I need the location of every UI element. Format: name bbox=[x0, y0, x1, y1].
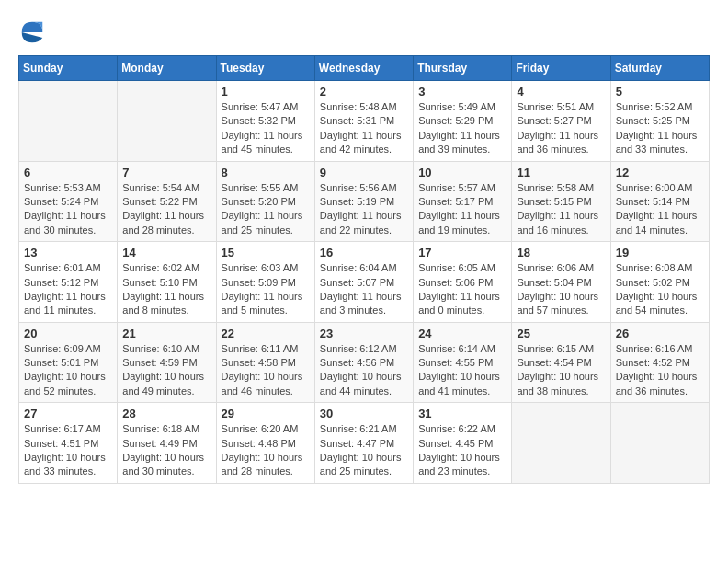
day-number: 24 bbox=[418, 327, 506, 340]
day-cell: 31Sunrise: 6:22 AMSunset: 4:45 PMDayligh… bbox=[414, 403, 512, 484]
day-info: Sunrise: 6:17 AMSunset: 4:51 PMDaylight:… bbox=[24, 422, 112, 479]
day-number: 8 bbox=[222, 166, 310, 179]
day-cell: 8Sunrise: 5:55 AMSunset: 5:20 PMDaylight… bbox=[216, 161, 314, 242]
day-info: Sunrise: 5:57 AMSunset: 5:17 PMDaylight:… bbox=[418, 181, 506, 238]
day-info: Sunrise: 5:58 AMSunset: 5:15 PMDaylight:… bbox=[517, 181, 605, 238]
weekday-header-friday: Friday bbox=[512, 56, 610, 81]
page-header bbox=[18, 18, 710, 46]
week-row-4: 20Sunrise: 6:09 AMSunset: 5:01 PMDayligh… bbox=[19, 322, 710, 403]
day-cell: 13Sunrise: 6:01 AMSunset: 5:12 PMDayligh… bbox=[19, 242, 118, 323]
day-number: 28 bbox=[122, 407, 210, 420]
weekday-header-monday: Monday bbox=[118, 56, 216, 81]
day-info: Sunrise: 6:05 AMSunset: 5:06 PMDaylight:… bbox=[418, 261, 506, 318]
day-info: Sunrise: 5:47 AMSunset: 5:32 PMDaylight:… bbox=[222, 100, 310, 157]
weekday-header-row: SundayMondayTuesdayWednesdayThursdayFrid… bbox=[19, 56, 710, 81]
day-number: 15 bbox=[222, 246, 310, 259]
day-cell: 7Sunrise: 5:54 AMSunset: 5:22 PMDaylight… bbox=[118, 161, 216, 242]
day-number: 1 bbox=[222, 85, 310, 98]
day-cell: 29Sunrise: 6:20 AMSunset: 4:48 PMDayligh… bbox=[216, 403, 314, 484]
day-info: Sunrise: 6:09 AMSunset: 5:01 PMDaylight:… bbox=[24, 342, 112, 399]
weekday-header-wednesday: Wednesday bbox=[314, 56, 413, 81]
day-cell: 26Sunrise: 6:16 AMSunset: 4:52 PMDayligh… bbox=[610, 322, 709, 403]
day-info: Sunrise: 5:48 AMSunset: 5:31 PMDaylight:… bbox=[320, 100, 408, 157]
day-cell: 11Sunrise: 5:58 AMSunset: 5:15 PMDayligh… bbox=[512, 161, 610, 242]
day-number: 22 bbox=[222, 327, 310, 340]
day-info: Sunrise: 5:53 AMSunset: 5:24 PMDaylight:… bbox=[24, 181, 112, 238]
day-cell bbox=[512, 403, 610, 484]
day-info: Sunrise: 6:02 AMSunset: 5:10 PMDaylight:… bbox=[122, 261, 210, 318]
day-number: 10 bbox=[418, 166, 506, 179]
day-number: 20 bbox=[24, 327, 112, 340]
day-number: 13 bbox=[24, 246, 112, 259]
day-cell: 15Sunrise: 6:03 AMSunset: 5:09 PMDayligh… bbox=[216, 242, 314, 323]
day-info: Sunrise: 5:51 AMSunset: 5:27 PMDaylight:… bbox=[517, 100, 605, 157]
week-row-3: 13Sunrise: 6:01 AMSunset: 5:12 PMDayligh… bbox=[19, 242, 710, 323]
week-row-2: 6Sunrise: 5:53 AMSunset: 5:24 PMDaylight… bbox=[19, 161, 710, 242]
day-cell: 17Sunrise: 6:05 AMSunset: 5:06 PMDayligh… bbox=[414, 242, 512, 323]
day-number: 6 bbox=[24, 166, 112, 179]
day-cell: 10Sunrise: 5:57 AMSunset: 5:17 PMDayligh… bbox=[414, 161, 512, 242]
day-number: 30 bbox=[320, 407, 408, 420]
day-cell: 28Sunrise: 6:18 AMSunset: 4:49 PMDayligh… bbox=[118, 403, 216, 484]
day-info: Sunrise: 6:20 AMSunset: 4:48 PMDaylight:… bbox=[222, 422, 310, 479]
day-info: Sunrise: 5:54 AMSunset: 5:22 PMDaylight:… bbox=[122, 181, 210, 238]
day-number: 2 bbox=[320, 85, 408, 98]
day-cell: 24Sunrise: 6:14 AMSunset: 4:55 PMDayligh… bbox=[414, 322, 512, 403]
day-info: Sunrise: 6:04 AMSunset: 5:07 PMDaylight:… bbox=[320, 261, 408, 318]
day-number: 29 bbox=[222, 407, 310, 420]
day-number: 17 bbox=[418, 246, 506, 259]
day-number: 19 bbox=[616, 246, 704, 259]
day-cell: 12Sunrise: 6:00 AMSunset: 5:14 PMDayligh… bbox=[610, 161, 709, 242]
day-number: 21 bbox=[122, 327, 210, 340]
day-cell: 19Sunrise: 6:08 AMSunset: 5:02 PMDayligh… bbox=[610, 242, 709, 323]
day-cell: 18Sunrise: 6:06 AMSunset: 5:04 PMDayligh… bbox=[512, 242, 610, 323]
day-cell: 27Sunrise: 6:17 AMSunset: 4:51 PMDayligh… bbox=[19, 403, 118, 484]
weekday-header-sunday: Sunday bbox=[19, 56, 118, 81]
day-number: 25 bbox=[517, 327, 605, 340]
day-info: Sunrise: 6:06 AMSunset: 5:04 PMDaylight:… bbox=[517, 261, 605, 318]
day-info: Sunrise: 6:01 AMSunset: 5:12 PMDaylight:… bbox=[24, 261, 112, 318]
logo-icon bbox=[18, 18, 46, 46]
day-number: 7 bbox=[122, 166, 210, 179]
day-number: 3 bbox=[418, 85, 506, 98]
day-info: Sunrise: 6:08 AMSunset: 5:02 PMDaylight:… bbox=[616, 261, 704, 318]
day-cell: 2Sunrise: 5:48 AMSunset: 5:31 PMDaylight… bbox=[314, 81, 413, 162]
week-row-1: 1Sunrise: 5:47 AMSunset: 5:32 PMDaylight… bbox=[19, 81, 710, 162]
day-number: 14 bbox=[122, 246, 210, 259]
day-cell: 16Sunrise: 6:04 AMSunset: 5:07 PMDayligh… bbox=[314, 242, 413, 323]
weekday-header-tuesday: Tuesday bbox=[216, 56, 314, 81]
day-number: 27 bbox=[24, 407, 112, 420]
day-info: Sunrise: 6:00 AMSunset: 5:14 PMDaylight:… bbox=[616, 181, 704, 238]
day-cell: 6Sunrise: 5:53 AMSunset: 5:24 PMDaylight… bbox=[19, 161, 118, 242]
day-number: 23 bbox=[320, 327, 408, 340]
day-info: Sunrise: 6:18 AMSunset: 4:49 PMDaylight:… bbox=[122, 422, 210, 479]
day-info: Sunrise: 5:52 AMSunset: 5:25 PMDaylight:… bbox=[616, 100, 704, 157]
day-info: Sunrise: 6:14 AMSunset: 4:55 PMDaylight:… bbox=[418, 342, 506, 399]
day-info: Sunrise: 6:16 AMSunset: 4:52 PMDaylight:… bbox=[616, 342, 704, 399]
day-info: Sunrise: 6:22 AMSunset: 4:45 PMDaylight:… bbox=[418, 422, 506, 479]
day-number: 9 bbox=[320, 166, 408, 179]
day-number: 5 bbox=[616, 85, 704, 98]
day-cell: 5Sunrise: 5:52 AMSunset: 5:25 PMDaylight… bbox=[610, 81, 709, 162]
day-info: Sunrise: 6:10 AMSunset: 4:59 PMDaylight:… bbox=[122, 342, 210, 399]
day-cell: 1Sunrise: 5:47 AMSunset: 5:32 PMDaylight… bbox=[216, 81, 314, 162]
day-cell: 30Sunrise: 6:21 AMSunset: 4:47 PMDayligh… bbox=[314, 403, 413, 484]
week-row-5: 27Sunrise: 6:17 AMSunset: 4:51 PMDayligh… bbox=[19, 403, 710, 484]
day-info: Sunrise: 5:49 AMSunset: 5:29 PMDaylight:… bbox=[418, 100, 506, 157]
day-number: 11 bbox=[517, 166, 605, 179]
day-cell: 25Sunrise: 6:15 AMSunset: 4:54 PMDayligh… bbox=[512, 322, 610, 403]
day-cell bbox=[19, 81, 118, 162]
calendar: SundayMondayTuesdayWednesdayThursdayFrid… bbox=[18, 55, 710, 484]
day-cell: 9Sunrise: 5:56 AMSunset: 5:19 PMDaylight… bbox=[314, 161, 413, 242]
day-number: 4 bbox=[517, 85, 605, 98]
day-number: 12 bbox=[616, 166, 704, 179]
day-cell bbox=[118, 81, 216, 162]
day-info: Sunrise: 5:55 AMSunset: 5:20 PMDaylight:… bbox=[222, 181, 310, 238]
weekday-header-thursday: Thursday bbox=[414, 56, 512, 81]
day-info: Sunrise: 6:03 AMSunset: 5:09 PMDaylight:… bbox=[222, 261, 310, 318]
day-info: Sunrise: 6:12 AMSunset: 4:56 PMDaylight:… bbox=[320, 342, 408, 399]
day-number: 26 bbox=[616, 327, 704, 340]
day-cell: 20Sunrise: 6:09 AMSunset: 5:01 PMDayligh… bbox=[19, 322, 118, 403]
day-number: 31 bbox=[418, 407, 506, 420]
day-info: Sunrise: 6:15 AMSunset: 4:54 PMDaylight:… bbox=[517, 342, 605, 399]
